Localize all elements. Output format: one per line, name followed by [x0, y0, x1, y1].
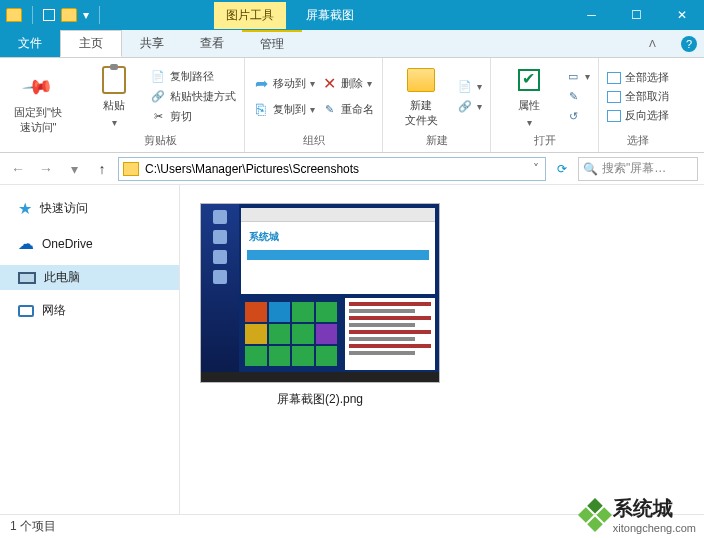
folder-icon	[6, 8, 22, 22]
shortcut-icon: 🔗	[150, 89, 166, 105]
file-name: 屏幕截图(2).png	[277, 391, 363, 408]
history-button[interactable]: ↺	[565, 109, 590, 125]
ribbon-tabs: 文件 主页 共享 查看 管理 ᐱ ?	[0, 30, 704, 58]
quick-access-toolbar: ▾	[0, 6, 104, 24]
properties-button[interactable]: 属性 ▾	[499, 66, 559, 128]
scissors-icon: ✂	[150, 109, 166, 125]
tab-share[interactable]: 共享	[122, 30, 182, 57]
pin-icon: 📌	[21, 70, 56, 104]
select-none-icon	[607, 91, 621, 103]
select-all-icon	[607, 72, 621, 84]
group-label: 组织	[253, 131, 374, 148]
label: 属性	[518, 98, 540, 113]
ribbon: 📌 固定到"快 速访问" 粘贴 ▾ 📄复制路径 🔗粘贴快捷方式 ✂剪切 剪贴板	[0, 58, 704, 153]
cloud-icon: ☁	[18, 234, 34, 253]
group-select: 全部选择 全部取消 反向选择 选择	[599, 58, 677, 152]
copy-path-button[interactable]: 📄复制路径	[150, 69, 236, 85]
easy-access-button[interactable]: 🔗▾	[457, 99, 482, 115]
link-icon: 🔗	[457, 99, 473, 115]
help-button[interactable]: ?	[674, 30, 704, 57]
sidebar-item-network[interactable]: 网络	[0, 298, 179, 323]
group-open: 属性 ▾ ▭▾ ✎ ↺ 打开	[491, 58, 599, 152]
navigation-bar: ← → ▾ ↑ ˅ ⟳ 🔍 搜索"屏幕…	[0, 153, 704, 185]
refresh-button[interactable]: ⟳	[550, 162, 574, 176]
thumb-logo: 系统城	[249, 230, 279, 244]
window-title: 屏幕截图	[306, 7, 354, 24]
paste-shortcut-button[interactable]: 🔗粘贴快捷方式	[150, 89, 236, 105]
star-icon: ★	[18, 199, 32, 218]
delete-button[interactable]: ✕删除▾	[321, 76, 374, 92]
address-dropdown[interactable]: ˅	[527, 162, 545, 176]
maximize-button[interactable]: ☐	[614, 0, 659, 30]
invert-selection-button[interactable]: 反向选择	[607, 108, 669, 123]
copy-icon: ⎘	[253, 102, 269, 118]
sidebar-item-quick-access[interactable]: ★快速访问	[0, 195, 179, 222]
titlebar: ▾ 图片工具 屏幕截图 ─ ☐ ✕	[0, 0, 704, 30]
label: 粘贴	[103, 98, 125, 113]
tab-file[interactable]: 文件	[0, 30, 60, 57]
sidebar-item-onedrive[interactable]: ☁OneDrive	[0, 230, 179, 257]
tab-home[interactable]: 主页	[60, 30, 122, 57]
checkbox-icon[interactable]	[43, 9, 55, 21]
copy-to-button[interactable]: ⎘复制到▾	[253, 102, 315, 118]
dropdown-icon[interactable]: ▾	[83, 8, 89, 22]
folder-icon[interactable]	[61, 8, 77, 22]
pc-icon	[18, 272, 36, 284]
history-icon: ↺	[565, 109, 581, 125]
group-label: 打开	[499, 131, 590, 148]
new-folder-button[interactable]: 新建 文件夹	[391, 66, 451, 128]
search-placeholder: 搜索"屏幕…	[602, 160, 666, 177]
address-bar[interactable]: ˅	[118, 157, 546, 181]
invert-icon	[607, 110, 621, 122]
file-list[interactable]: 系统城 屏幕截图(2).png	[180, 185, 704, 514]
body: ★快速访问 ☁OneDrive 此电脑 网络 系统城 屏幕截图(2).png	[0, 185, 704, 514]
move-to-button[interactable]: ➦移动到▾	[253, 76, 315, 92]
move-icon: ➦	[253, 76, 269, 92]
new-item-button[interactable]: 📄▾	[457, 79, 482, 95]
tab-manage[interactable]: 管理	[242, 30, 302, 57]
ribbon-collapse-button[interactable]: ᐱ	[631, 30, 674, 57]
group-clipboard: 粘贴 ▾ 📄复制路径 🔗粘贴快捷方式 ✂剪切 剪贴板	[76, 58, 245, 152]
file-item[interactable]: 系统城 屏幕截图(2).png	[200, 203, 440, 408]
contextual-tab-title: 图片工具	[214, 2, 286, 29]
group-organize: ➦移动到▾ ⎘复制到▾ ✕删除▾ ✎重命名 组织	[245, 58, 383, 152]
edit-button[interactable]: ✎	[565, 89, 590, 105]
close-button[interactable]: ✕	[659, 0, 704, 30]
select-none-button[interactable]: 全部取消	[607, 89, 669, 104]
recent-locations-button[interactable]: ▾	[62, 157, 86, 181]
label: 速访问"	[20, 120, 57, 135]
back-button[interactable]: ←	[6, 157, 30, 181]
paste-button[interactable]: 粘贴 ▾	[84, 66, 144, 128]
pin-to-quick-access-button[interactable]: 📌 固定到"快 速访问"	[8, 73, 68, 135]
label: 固定到"快	[14, 105, 62, 120]
rename-button[interactable]: ✎重命名	[321, 102, 374, 118]
folder-icon	[407, 68, 435, 92]
open-button[interactable]: ▭▾	[565, 69, 590, 85]
open-icon: ▭	[565, 69, 581, 85]
search-box[interactable]: 🔍 搜索"屏幕…	[578, 157, 698, 181]
watermark-brand: 系统城	[613, 495, 696, 522]
clipboard-icon	[102, 66, 126, 94]
tab-view[interactable]: 查看	[182, 30, 242, 57]
up-button[interactable]: ↑	[90, 157, 114, 181]
address-input[interactable]	[143, 158, 527, 180]
path-icon: 📄	[150, 69, 166, 85]
chevron-down-icon: ▾	[112, 117, 117, 128]
thumbnail: 系统城	[200, 203, 440, 383]
divider	[32, 6, 33, 24]
group-label: 剪贴板	[84, 131, 236, 148]
select-all-button[interactable]: 全部选择	[607, 70, 669, 85]
folder-icon	[123, 162, 139, 176]
forward-button[interactable]: →	[34, 157, 58, 181]
sidebar-item-this-pc[interactable]: 此电脑	[0, 265, 179, 290]
watermark-icon	[578, 498, 612, 532]
properties-icon	[518, 69, 540, 91]
divider	[99, 6, 100, 24]
watermark: 系统城 xitongcheng.com	[583, 495, 696, 534]
new-icon: 📄	[457, 79, 473, 95]
window-controls: ─ ☐ ✕	[569, 0, 704, 30]
cut-button[interactable]: ✂剪切	[150, 109, 236, 125]
minimize-button[interactable]: ─	[569, 0, 614, 30]
search-icon: 🔍	[583, 162, 598, 176]
rename-icon: ✎	[321, 102, 337, 118]
